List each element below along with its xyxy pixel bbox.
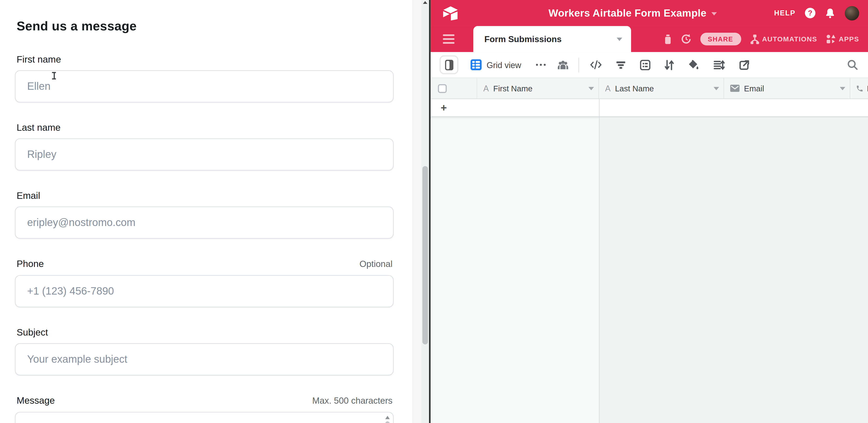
apps-button[interactable]: APPS <box>826 34 859 44</box>
phone-optional-hint: Optional <box>360 259 392 269</box>
user-avatar[interactable] <box>845 6 859 20</box>
row-gutter <box>431 78 477 98</box>
toolbar-divider <box>578 57 579 72</box>
view-options-ellipsis-icon[interactable] <box>536 64 546 66</box>
share-view-icon[interactable] <box>739 60 749 70</box>
filter-icon[interactable] <box>616 61 625 69</box>
message-maxlen-hint: Max. 500 characters <box>312 396 393 406</box>
email-field-type-icon <box>730 85 740 92</box>
tables-menu-icon[interactable] <box>443 34 455 44</box>
page-gutter <box>412 0 421 423</box>
column-header-email[interactable]: Email <box>724 78 850 98</box>
airtable-app-bar: Workers Airtable Form Example HELP ? <box>431 0 868 26</box>
base-title-caret-icon[interactable] <box>711 12 717 15</box>
column-caret-icon[interactable] <box>840 87 845 90</box>
contact-form-panel: Send us a message First name Last name E… <box>0 0 412 423</box>
help-question-icon[interactable]: ? <box>805 8 815 19</box>
message-label: Message <box>17 396 55 405</box>
scroll-thumb[interactable] <box>385 421 390 423</box>
last-name-label: Last name <box>17 123 61 132</box>
first-name-input[interactable] <box>15 70 394 103</box>
airtable-logo-icon[interactable] <box>443 6 458 20</box>
history-icon[interactable] <box>681 34 691 44</box>
notifications-bell-icon[interactable] <box>825 7 835 19</box>
plus-icon: + <box>441 102 447 113</box>
first-name-label: First name <box>17 55 61 64</box>
scroll-up-arrow-icon[interactable] <box>385 416 390 419</box>
column-header-last-name[interactable]: A Last Name <box>599 78 724 98</box>
grid-view-icon <box>471 59 482 70</box>
panel-toggle-icon <box>445 60 453 70</box>
field-email: Email <box>15 191 394 239</box>
search-icon[interactable] <box>847 59 858 70</box>
automations-icon <box>750 34 759 44</box>
field-message: Message Max. 500 characters <box>15 396 394 423</box>
share-button[interactable]: SHARE <box>700 33 741 46</box>
screen: Send us a message First name Last name E… <box>0 0 868 423</box>
column-caret-icon[interactable] <box>713 87 719 90</box>
sort-icon[interactable] <box>665 60 674 70</box>
email-label: Email <box>17 191 40 201</box>
row-height-icon[interactable] <box>713 60 724 70</box>
field-phone: Phone Optional <box>15 259 394 307</box>
add-row-button[interactable]: + <box>431 99 868 117</box>
column-caret-icon[interactable] <box>589 87 594 90</box>
table-tab-label: Form Submissions <box>484 34 562 44</box>
column-header-row: A First Name A Last Name Email Ph <box>431 78 868 99</box>
scrollbar-up-arrow-icon[interactable] <box>423 1 427 4</box>
column-header-first-name[interactable]: A First Name <box>476 78 599 98</box>
automations-button[interactable]: AUTOMATIONS <box>750 34 817 44</box>
collaborators-icon[interactable] <box>557 60 569 70</box>
field-last-name: Last name <box>15 123 394 171</box>
text-cursor <box>52 72 57 80</box>
base-title[interactable]: Workers Airtable Form Example <box>549 7 707 19</box>
group-icon[interactable] <box>640 60 650 70</box>
airtable-panel: Workers Airtable Form Example HELP ? For… <box>431 0 868 423</box>
tab-form-submissions[interactable]: Form Submissions <box>473 26 631 52</box>
field-first-name: First name <box>15 55 394 102</box>
color-icon[interactable] <box>688 59 699 70</box>
phone-input[interactable] <box>15 275 394 307</box>
hide-fields-code-icon[interactable] <box>590 60 602 70</box>
subject-input[interactable] <box>15 343 394 375</box>
page-scrollbar[interactable] <box>421 0 429 423</box>
table-caret-icon[interactable] <box>617 37 622 40</box>
grid-body: + <box>431 99 868 423</box>
column-header-phone[interactable]: Phone <box>850 78 868 98</box>
frozen-column-divider <box>599 99 599 423</box>
window-divider <box>429 0 431 423</box>
textarea-scrollbar[interactable] <box>385 416 390 423</box>
table-bar: Form Submissions SHARE <box>431 26 868 52</box>
field-subject: Subject <box>15 328 394 375</box>
select-all-checkbox[interactable] <box>438 84 447 92</box>
last-name-input[interactable] <box>15 138 394 171</box>
toggle-view-sidebar-button[interactable] <box>439 56 458 74</box>
text-field-type-icon: A <box>483 84 489 93</box>
page-scroll-thumb[interactable] <box>422 166 428 344</box>
subject-label: Subject <box>17 328 48 337</box>
text-field-type-icon: A <box>605 84 611 93</box>
empty-grid-area <box>431 119 868 423</box>
message-textarea[interactable] <box>15 412 394 423</box>
form-title: Send us a message <box>17 18 394 34</box>
phone-label: Phone <box>17 259 44 269</box>
help-button[interactable]: HELP <box>774 9 796 17</box>
view-name: Grid view <box>487 60 521 69</box>
view-toolbar: Grid view <box>431 52 868 78</box>
phone-field-type-icon <box>856 85 864 92</box>
apps-icon <box>826 34 836 44</box>
trash-icon[interactable] <box>663 34 672 44</box>
email-input[interactable] <box>15 206 394 239</box>
view-switcher[interactable]: Grid view <box>471 59 521 70</box>
